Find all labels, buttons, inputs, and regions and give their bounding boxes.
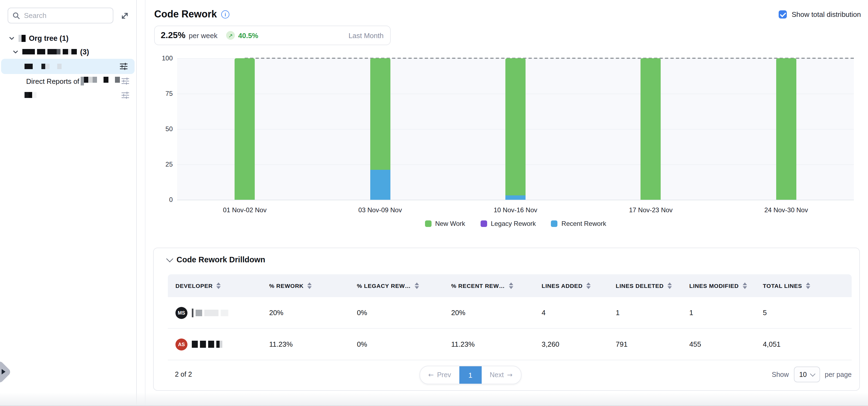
y-axis-tick-label: 0: [154, 196, 173, 204]
table-row[interactable]: AS11.23%0%11.23%3,2607914554,051: [168, 329, 851, 360]
column-header-2[interactable]: % REWORK: [269, 282, 357, 289]
segment-recent-rework[interactable]: [505, 195, 526, 200]
column-header-label: TOTAL LINES: [763, 282, 802, 289]
cell-developer: AS: [168, 338, 269, 350]
sort-icon: [668, 282, 672, 289]
filter-settings-icon[interactable]: [122, 77, 129, 84]
column-header-label: % LEGACY REW…: [357, 282, 411, 289]
org-tree: Org tree (1) (3): [0, 32, 136, 102]
tree-item-selected[interactable]: [1, 59, 134, 74]
prev-page-button[interactable]: ← Prev: [420, 366, 459, 384]
segment-new-work[interactable]: [776, 58, 796, 200]
x-axis-tick-label: 10 Nov-16 Nov: [494, 206, 537, 214]
main-content: Code Rework i Show total distribution 2.…: [145, 0, 868, 406]
sort-icon: [586, 282, 591, 289]
bar-24 Nov-30 Nov[interactable]: [776, 58, 796, 200]
legend-swatch-icon: [480, 221, 487, 227]
period-label: Last Month: [348, 31, 383, 39]
info-icon[interactable]: i: [221, 10, 229, 19]
search-box[interactable]: [8, 8, 113, 24]
segment-new-work[interactable]: [235, 58, 255, 200]
tree-item-org-root[interactable]: Org tree (1): [0, 32, 136, 45]
redacted-developer-name: [192, 341, 224, 348]
y-axis-tick-label: 25: [154, 161, 173, 168]
bar-10 Nov-16 Nov[interactable]: [505, 58, 526, 200]
checkbox-checked-icon[interactable]: [779, 10, 787, 19]
next-page-button[interactable]: Next →: [482, 366, 521, 384]
tree-item-direct-reports[interactable]: Direct Reports of: [0, 74, 136, 88]
segment-new-work[interactable]: [370, 58, 390, 170]
per-page-label: per page: [825, 371, 851, 378]
avatar: MS: [176, 307, 187, 319]
arrow-left-icon: ←: [428, 371, 434, 379]
pagination: ← Prev 1 Next →: [420, 366, 521, 384]
column-header-1[interactable]: DEVELOPER: [168, 282, 269, 289]
column-header-label: % REWORK: [269, 282, 304, 289]
column-header-8[interactable]: TOTAL LINES: [763, 282, 851, 289]
legend-item-new-work[interactable]: New Work: [425, 220, 465, 228]
cell-lines_modified: 455: [689, 340, 763, 348]
sort-icon: [217, 282, 221, 289]
page-number-button[interactable]: 1: [459, 366, 482, 384]
chart-plot-area: 025507510001 Nov-02 Nov03 Nov-09 Nov10 N…: [177, 58, 854, 200]
table-row[interactable]: MS20%0%20%4115: [168, 297, 851, 329]
redacted-name: [81, 77, 122, 86]
code-rework-chart: 025507510001 Nov-02 Nov03 Nov-09 Nov10 N…: [154, 58, 860, 232]
column-header-3[interactable]: % LEGACY REW…: [357, 282, 451, 289]
redacted-name: [25, 64, 64, 69]
x-axis-tick-label: 03 Nov-09 Nov: [358, 206, 402, 214]
column-header-6[interactable]: LINES DELETED: [616, 282, 689, 289]
table-footer: 2 of 2 ← Prev 1 Next → Show 10: [154, 359, 859, 390]
expand-sidebar-icon[interactable]: [120, 11, 129, 20]
sort-icon: [743, 282, 747, 289]
cell-lines_deleted: 791: [616, 340, 689, 348]
avatar: AS: [176, 338, 187, 350]
x-axis-tick-label: 17 Nov-23 Nov: [629, 206, 673, 214]
column-header-label: % RECENT REW…: [451, 282, 505, 289]
tree-item-label: Direct Reports of: [26, 77, 79, 85]
segment-new-work[interactable]: [505, 58, 526, 195]
x-axis-tick-label: 01 Nov-02 Nov: [223, 206, 267, 214]
segment-new-work[interactable]: [641, 58, 661, 200]
chevron-down-icon[interactable]: [166, 255, 173, 262]
column-header-7[interactable]: LINES MODIFIED: [689, 282, 763, 289]
tree-item-label: Org tree (1): [29, 34, 69, 42]
cell-recent_rework: 11.23%: [451, 340, 541, 348]
legend-label: Legacy Rework: [491, 220, 536, 228]
rework-stat-card: 2.25% per week ↗ 40.5% Last Month: [154, 26, 391, 45]
table-header-row: DEVELOPER% REWORK% LEGACY REW…% RECENT R…: [168, 274, 851, 297]
legend-item-recent-rework[interactable]: Recent Rework: [551, 220, 606, 228]
column-header-5[interactable]: LINES ADDED: [541, 282, 616, 289]
show-label: Show: [772, 371, 789, 378]
legend-item-legacy-rework[interactable]: Legacy Rework: [480, 220, 536, 228]
page-size-select[interactable]: 10: [794, 367, 820, 382]
filter-settings-icon[interactable]: [120, 63, 127, 70]
x-axis-tick-label: 24 Nov-30 Nov: [765, 206, 808, 214]
bar-17 Nov-23 Nov[interactable]: [641, 58, 661, 200]
column-header-4[interactable]: % RECENT REW…: [451, 282, 541, 289]
redacted-name: [25, 92, 39, 98]
column-header-label: DEVELOPER: [176, 282, 213, 289]
bar-03 Nov-09 Nov[interactable]: [370, 58, 390, 200]
column-header-label: LINES ADDED: [541, 282, 583, 289]
search-icon: [12, 12, 20, 19]
chevron-down-icon[interactable]: [9, 35, 15, 41]
show-total-distribution-toggle[interactable]: Show total distribution: [779, 10, 861, 19]
column-header-label: LINES MODIFIED: [689, 282, 739, 289]
redacted-developer-name: [192, 308, 230, 317]
sort-icon: [415, 282, 419, 289]
search-input[interactable]: [24, 11, 108, 20]
arrow-right-icon: →: [507, 371, 513, 379]
drilldown-card: Code Rework Drilldown DEVELOPER% REWORK%…: [153, 248, 860, 391]
tree-item-group[interactable]: (3): [0, 45, 136, 58]
chevron-down-icon[interactable]: [12, 49, 19, 55]
drilldown-header[interactable]: Code Rework Drilldown: [167, 255, 266, 264]
tree-item-count: (3): [80, 47, 89, 56]
tree-item-bottom[interactable]: [0, 88, 136, 102]
segment-recent-rework[interactable]: [370, 170, 390, 200]
page-size-control: Show 10 per page: [772, 367, 851, 382]
org-tree-sidebar: Org tree (1) (3): [0, 0, 137, 406]
filter-settings-icon[interactable]: [122, 92, 129, 99]
bar-01 Nov-02 Nov[interactable]: [235, 58, 255, 200]
redacted-name: [22, 49, 79, 55]
